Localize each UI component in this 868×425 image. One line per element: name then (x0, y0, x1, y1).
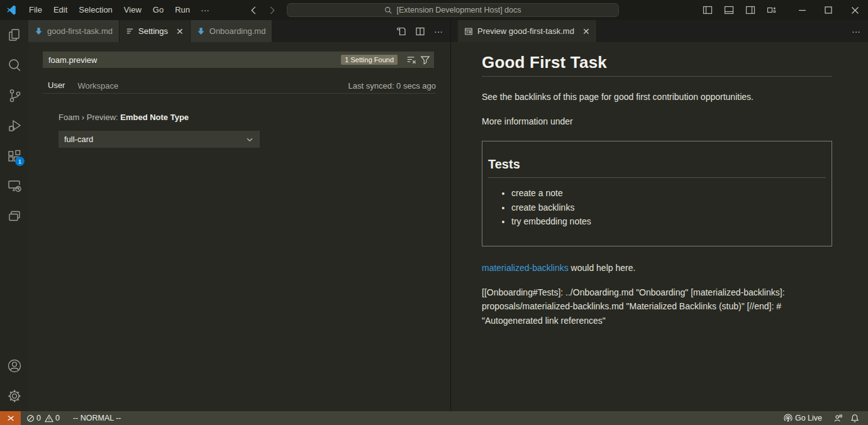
dropdown-value: full-card (64, 135, 93, 144)
extensions-icon[interactable]: 1 (0, 141, 28, 171)
preview-paragraph-3: materialized-backlinks would help here. (482, 262, 832, 274)
chevron-down-icon (245, 135, 254, 144)
activity-bar: 1 (0, 20, 28, 411)
vscode-logo-icon (6, 4, 17, 16)
tab-good-first-task[interactable]: good-first-task.md (28, 20, 120, 42)
search-view-icon[interactable] (0, 50, 28, 80)
command-center-search[interactable]: [Extension Development Host] docs (287, 3, 619, 17)
search-icon (384, 6, 392, 14)
embedded-note-heading: Tests (488, 157, 826, 178)
toggle-secondary-sidebar-icon[interactable] (742, 0, 759, 20)
toggle-primary-sidebar-icon[interactable] (699, 0, 716, 20)
menu-go[interactable]: Go (147, 0, 169, 20)
clear-settings-search-icon[interactable] (406, 55, 416, 65)
embedded-note-list: create a note create backlinks try embed… (488, 186, 826, 229)
markdown-preview-content: Good First Task See the backlinks of thi… (482, 42, 832, 328)
tab-preview-good-first-task[interactable]: Preview good-first-task.md ✕ (458, 20, 597, 42)
editor-layouts-view-icon[interactable] (0, 201, 28, 231)
command-center-text: [Extension Development Host] docs (396, 6, 521, 14)
list-item: create backlinks (511, 201, 826, 215)
markdown-preview-icon (464, 27, 473, 36)
more-actions-icon[interactable]: ··· (434, 26, 443, 36)
menu-selection[interactable]: Selection (73, 0, 118, 20)
remote-explorer-icon[interactable] (0, 171, 28, 201)
broadcast-icon (784, 414, 793, 422)
maximize-button[interactable] (815, 0, 842, 20)
more-actions-icon[interactable]: ··· (852, 26, 860, 36)
materialized-backlinks-link[interactable]: materialized-backlinks (482, 263, 569, 273)
vim-mode-indicator[interactable]: -- NORMAL -- (69, 411, 125, 425)
editor-group-settings: good-first-task.md Settings ✕ Onboarding… (28, 20, 450, 411)
menu-more[interactable]: ··· (196, 0, 214, 20)
warnings-icon (45, 414, 53, 422)
scope-tab-workspace[interactable]: Workspace (77, 81, 118, 94)
source-control-icon[interactable] (0, 80, 28, 111)
go-live-button[interactable]: Go Live (780, 411, 826, 425)
menu-edit[interactable]: Edit (48, 0, 73, 20)
tab-onboarding[interactable]: Onboarding.md (191, 20, 273, 42)
menu-file[interactable]: File (23, 0, 48, 20)
link-suffix-text: would help here. (569, 263, 636, 273)
open-settings-json-icon[interactable] (396, 26, 406, 36)
setting-category: Foam › Preview: (58, 113, 120, 122)
last-synced-label: Last synced: 0 secs ago (348, 81, 436, 94)
close-window-button[interactable] (842, 0, 868, 20)
problems-status[interactable]: 0 0 (23, 411, 64, 425)
menu-view[interactable]: View (118, 0, 147, 20)
setting-name: Embed Note Type (120, 113, 189, 122)
run-debug-icon[interactable] (0, 111, 28, 141)
settings-list-icon (126, 27, 134, 35)
title-bar: File Edit Selection View Go Run ··· [Ext… (0, 0, 868, 20)
close-tab-icon[interactable]: ✕ (582, 26, 590, 36)
link-references-paragraph: [[Onboarding#Tests]: ../Onboarding.md "O… (482, 285, 832, 328)
settings-result-count-badge: 1 Setting Found (341, 55, 398, 65)
extensions-badge: 1 (15, 157, 25, 166)
split-editor-icon[interactable] (415, 26, 425, 36)
markdown-file-icon (197, 27, 205, 35)
setting-title: Foam › Preview: Embed Note Type (58, 113, 189, 122)
warnings-count: 0 (55, 414, 60, 422)
settings-scope-tabs: User Workspace Last synced: 0 secs ago (48, 80, 436, 94)
menu-bar: File Edit Selection View Go Run ··· (23, 0, 214, 20)
menu-run[interactable]: Run (169, 0, 196, 20)
settings-search-input[interactable]: foam.preview 1 Setting Found (43, 52, 434, 68)
preview-heading: Good First Task (482, 42, 832, 77)
manage-gear-icon[interactable] (0, 381, 28, 411)
filter-settings-icon[interactable] (420, 55, 430, 65)
tab-label: Preview good-first-task.md (477, 26, 574, 36)
remote-indicator[interactable] (0, 411, 21, 425)
go-live-label: Go Live (795, 414, 822, 422)
markdown-file-icon (35, 27, 43, 35)
scope-divider (43, 93, 436, 94)
minimize-button[interactable] (789, 0, 815, 20)
toggle-panel-icon[interactable] (721, 0, 737, 20)
settings-search-value: foam.preview (48, 55, 341, 65)
accounts-icon[interactable] (0, 351, 28, 381)
errors-count: 0 (36, 414, 41, 422)
customize-layout-icon[interactable] (764, 0, 780, 20)
navigate-forward-icon[interactable] (267, 6, 277, 15)
notifications-bell-icon[interactable] (847, 411, 863, 425)
list-item: create a note (511, 186, 826, 201)
right-tab-bar: Preview good-first-task.md ✕ ··· (451, 20, 868, 42)
preview-paragraph-2: More information under (482, 116, 832, 128)
tab-label: Onboarding.md (209, 26, 266, 36)
feedback-icon[interactable] (830, 411, 847, 425)
navigate-back-icon[interactable] (249, 6, 259, 15)
left-tab-bar: good-first-task.md Settings ✕ Onboarding… (28, 20, 450, 42)
embedded-note-card: Tests create a note create backlinks try… (482, 141, 832, 246)
tab-label: Settings (138, 26, 168, 36)
errors-icon (26, 414, 35, 422)
tab-settings[interactable]: Settings ✕ (120, 20, 191, 42)
embed-note-type-dropdown[interactable]: full-card (58, 131, 260, 148)
tab-label: good-first-task.md (47, 26, 113, 36)
preview-paragraph-1: See the backlinks of this page for good … (482, 91, 832, 103)
editor-group-preview: Preview good-first-task.md ✕ ··· Good Fi… (451, 20, 868, 411)
close-tab-icon[interactable]: ✕ (176, 26, 184, 36)
status-bar: 0 0 -- NORMAL -- Go Live (0, 411, 868, 425)
list-item: try embedding notes (511, 214, 826, 229)
explorer-icon[interactable] (0, 20, 28, 50)
scope-tab-user[interactable]: User (48, 80, 65, 94)
